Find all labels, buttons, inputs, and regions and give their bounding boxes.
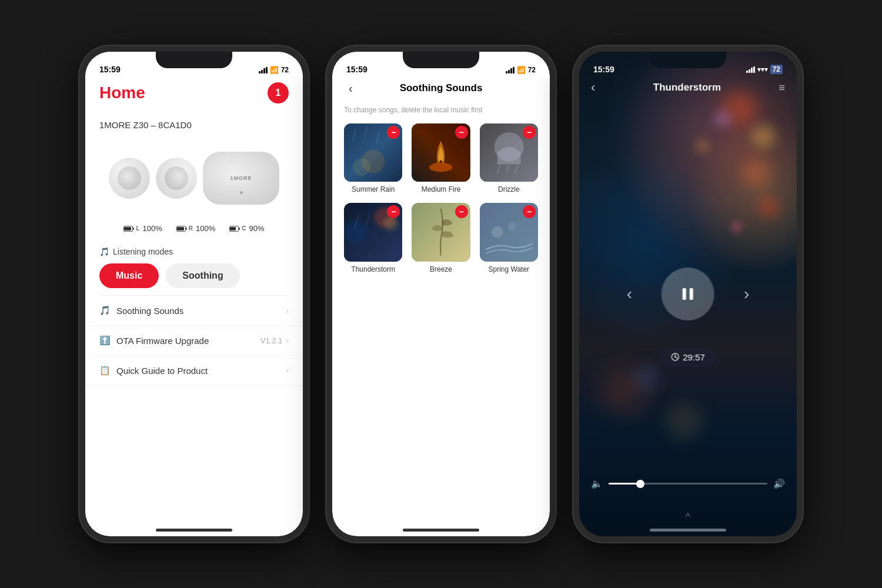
listening-label: 🎵 Listening modes	[99, 247, 289, 256]
battery-case-fill	[230, 227, 236, 230]
music-icon-small: 🎵	[99, 247, 109, 256]
battery-right: R 100%	[176, 224, 215, 233]
home-header: Home 1	[85, 78, 303, 113]
delete-medium-fire[interactable]: −	[455, 126, 468, 139]
ota-icon: ⬆️	[99, 335, 111, 346]
battery-left-label: L	[136, 225, 139, 232]
guide-chevron: ›	[286, 366, 289, 375]
status-time-1: 15:59	[99, 65, 121, 74]
sound-label-summer-rain: Summer Rain	[352, 185, 395, 193]
delete-breeze[interactable]: −	[455, 205, 468, 218]
notch-1	[156, 52, 232, 68]
listening-section: 🎵 Listening modes Music Soothing	[85, 240, 303, 295]
sounds-grid: − Summer Rain	[332, 123, 550, 273]
soothing-nav: ‹ Soothing Sounds	[332, 78, 550, 101]
case-led	[240, 191, 243, 194]
mode-buttons: Music Soothing	[99, 263, 289, 288]
back-button-3[interactable]: ‹	[591, 80, 595, 95]
clock-icon	[671, 353, 679, 361]
battery-left: L 100%	[123, 224, 162, 233]
sound-label-drizzle: Drizzle	[498, 185, 520, 193]
swipe-up-icon: ^	[686, 511, 690, 523]
home-title: Home	[99, 83, 145, 102]
sound-label-breeze: Breeze	[430, 265, 452, 273]
sound-label-thunderstorm: Thunderstorm	[351, 265, 395, 273]
previous-button[interactable]: ‹	[627, 285, 632, 303]
svg-point-8	[429, 163, 453, 172]
home-indicator-3	[650, 529, 726, 532]
svg-rect-25	[690, 288, 693, 300]
phone-1: 15:59 📶 72 Home 1	[79, 46, 309, 542]
menu-button-player[interactable]: ≡	[779, 82, 785, 94]
soothing-sounds-label: Soothing Sounds	[116, 306, 183, 316]
volume-fill	[609, 483, 640, 485]
battery-level-1: 72	[281, 66, 289, 74]
battery-right-value: 100%	[196, 224, 215, 233]
swipe-up-area[interactable]: ^	[686, 511, 690, 523]
sound-item-summer-rain[interactable]: − Summer Rain	[344, 123, 402, 193]
bokeh-5	[759, 197, 779, 218]
sound-thumb-medium-fire: −	[412, 123, 470, 182]
soothing-sounds-icon: 🎵	[99, 305, 111, 316]
bokeh-bottom-3	[634, 365, 660, 391]
status-time-3: 15:59	[593, 65, 614, 74]
battery-right-fill	[177, 227, 184, 230]
earbud-left-image	[109, 158, 150, 199]
bokeh-3	[714, 110, 731, 128]
timer-value: 29:57	[683, 352, 705, 362]
menu-item-soothing-sounds[interactable]: 🎵 Soothing Sounds ›	[85, 296, 303, 326]
phone-2: 15:59 📶 72 ‹ Soothing Sounds	[326, 46, 556, 542]
soothing-subtitle: To change songs, delete the local music …	[332, 101, 550, 123]
device-image-area: 1MORE	[85, 137, 303, 219]
menu-item-ota[interactable]: ⬆️ OTA Firmware Upgrade V1.2.1 ›	[85, 326, 303, 356]
wifi-icon-3: ▾▾▾	[757, 66, 768, 74]
battery-case-label: C	[242, 225, 246, 232]
notification-badge[interactable]: 1	[268, 82, 289, 103]
mode-music-button[interactable]: Music	[99, 263, 159, 288]
timer-badge[interactable]: 29:57	[660, 348, 716, 367]
sound-item-thunderstorm[interactable]: − Thunderstorm	[344, 203, 402, 273]
home-indicator-1	[156, 529, 232, 532]
play-pause-button[interactable]	[662, 268, 714, 320]
bokeh-4	[741, 158, 771, 188]
ota-version: V1.2.1	[260, 336, 283, 345]
sound-item-breeze[interactable]: − Breeze	[412, 203, 470, 273]
battery-row: L 100% R 100% C 90%	[85, 219, 303, 240]
back-button-2[interactable]: ‹	[344, 79, 358, 98]
wifi-icon-2: 📶	[517, 66, 526, 74]
sound-thumb-spring-water: −	[480, 203, 538, 261]
bokeh-7	[731, 221, 743, 233]
sound-label-medium-fire: Medium Fire	[422, 185, 461, 193]
volume-slider[interactable]	[609, 483, 767, 485]
battery-left-fill	[124, 227, 131, 230]
phone-3: 15:59 ▾▾▾ 72 ‹ Thunderstorm ≡	[573, 46, 803, 542]
sound-item-drizzle[interactable]: − Drizzle	[480, 123, 538, 193]
sound-label-spring-water: Spring Water	[489, 265, 530, 273]
home-indicator-2	[403, 529, 479, 532]
svg-point-22	[492, 226, 503, 238]
player-title: Thunderstorm	[653, 82, 721, 93]
guide-icon: 📋	[99, 365, 111, 376]
bokeh-6	[695, 139, 710, 153]
delete-drizzle[interactable]: −	[523, 126, 536, 139]
battery-case-icon	[229, 226, 239, 232]
signal-icon-3	[746, 66, 755, 73]
svg-rect-24	[683, 288, 686, 300]
sound-item-spring-water[interactable]: − Spring Water	[480, 203, 538, 273]
mode-soothing-button[interactable]: Soothing	[166, 263, 239, 288]
wifi-icon-1: 📶	[270, 66, 279, 74]
player-nav: ‹ Thunderstorm ≡	[579, 78, 797, 102]
case-image: 1MORE	[203, 152, 279, 205]
device-name: 1MORE Z30 – 8CA1D0	[85, 113, 303, 137]
sound-item-medium-fire[interactable]: − Medium Fire	[412, 123, 470, 193]
volume-knob[interactable]	[636, 480, 644, 488]
battery-case-value: 90%	[249, 224, 265, 233]
svg-point-17	[344, 220, 368, 244]
battery-level-3: 72	[770, 65, 783, 74]
sound-thumb-drizzle: −	[480, 123, 538, 182]
svg-point-23	[507, 222, 516, 230]
battery-left-value: 100%	[143, 224, 162, 233]
notch-2	[403, 52, 479, 68]
menu-item-guide[interactable]: 📋 Quick Guide to Product ›	[85, 356, 303, 386]
next-button[interactable]: ›	[744, 285, 749, 303]
